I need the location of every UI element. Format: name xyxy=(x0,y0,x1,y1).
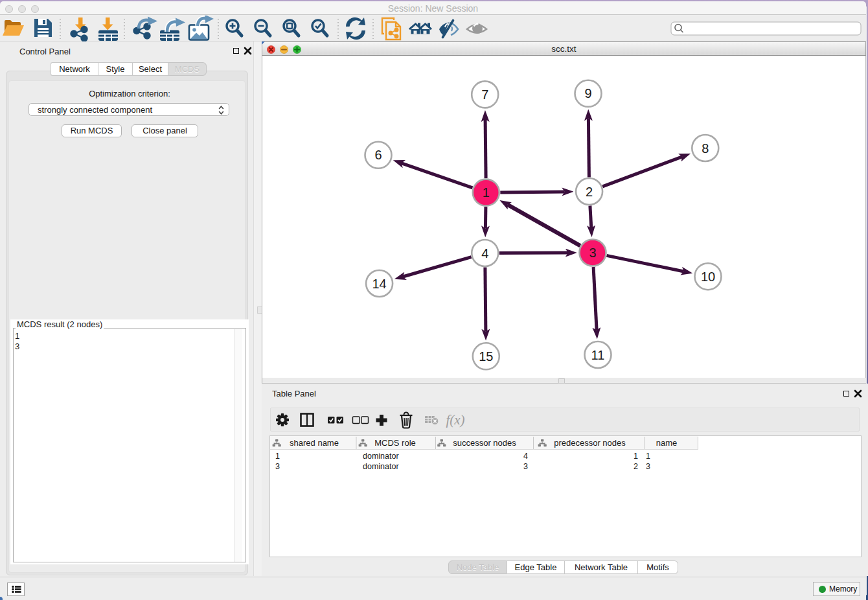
svg-text:9: 9 xyxy=(584,86,591,100)
svg-text:14: 14 xyxy=(372,277,386,291)
svg-text:6: 6 xyxy=(374,148,382,162)
svg-text:1: 1 xyxy=(483,185,490,200)
svg-text:3: 3 xyxy=(589,246,596,260)
svg-text:10: 10 xyxy=(701,270,715,284)
svg-text:4: 4 xyxy=(481,246,488,260)
svg-text:15: 15 xyxy=(479,349,493,363)
svg-text:2: 2 xyxy=(586,185,593,199)
svg-text:f(x): f(x) xyxy=(446,412,464,428)
svg-text:8: 8 xyxy=(702,141,709,156)
svg-text:11: 11 xyxy=(591,348,605,362)
svg-text:7: 7 xyxy=(481,87,488,102)
